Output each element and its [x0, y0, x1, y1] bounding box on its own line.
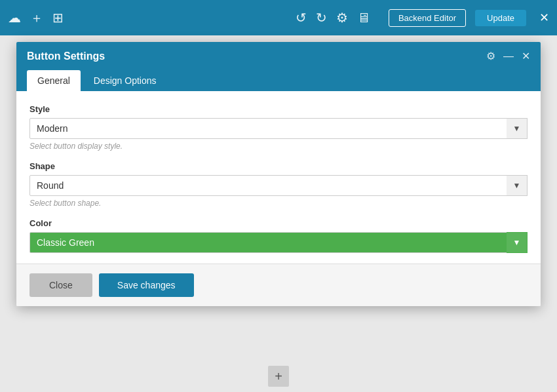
tabs-bar: General Design Options [16, 70, 541, 91]
style-select[interactable]: Modern Outline 3D Flat Ghost [29, 118, 528, 139]
display-icon[interactable]: 🖥 [357, 10, 370, 26]
color-select[interactable]: Classic Green Classic Blue Classic Red W… [29, 232, 528, 253]
update-button[interactable]: Update [475, 10, 526, 26]
modal-footer: Close Save changes [16, 264, 541, 306]
bottom-add-area: + [0, 366, 557, 387]
modal-body: Style Modern Outline 3D Flat Ghost ▼ Sel… [16, 91, 541, 253]
toolbar-close-icon[interactable]: ✕ [539, 10, 549, 25]
modal-header-icons: ⚙ — ✕ [486, 50, 530, 62]
add-icon[interactable]: ＋ [30, 9, 43, 27]
modal-close-icon[interactable]: ✕ [522, 50, 530, 62]
modal-header: Button Settings ⚙ — ✕ [16, 42, 541, 70]
content-area: Button Settings ⚙ — ✕ General Design Opt… [0, 35, 557, 392]
style-select-wrapper: Modern Outline 3D Flat Ghost ▼ [29, 118, 528, 139]
settings-icon[interactable]: ⚙ [336, 10, 348, 26]
close-button[interactable]: Close [29, 273, 92, 297]
modal-settings-icon[interactable]: ⚙ [486, 50, 495, 62]
style-label: Style [29, 104, 528, 114]
shape-label: Shape [29, 161, 528, 171]
shape-hint: Select button shape. [29, 199, 528, 208]
save-changes-button[interactable]: Save changes [99, 273, 194, 297]
style-hint: Select button display style. [29, 142, 528, 151]
style-field-group: Style Modern Outline 3D Flat Ghost ▼ Sel… [29, 104, 528, 151]
backend-editor-button[interactable]: Backend Editor [389, 9, 466, 27]
add-row-button[interactable]: + [268, 366, 289, 387]
shape-field-group: Shape Round Square Rounded Circle ▼ Sele… [29, 161, 528, 208]
color-label: Color [29, 218, 528, 228]
undo-icon[interactable]: ↺ [296, 10, 307, 26]
color-field-group: Color Classic Green Classic Blue Classic… [29, 218, 528, 253]
shape-select-wrapper: Round Square Rounded Circle ▼ [29, 175, 528, 196]
redo-icon[interactable]: ↻ [316, 10, 327, 26]
modal-minimize-icon[interactable]: — [503, 50, 514, 62]
modal-title: Button Settings [27, 50, 105, 62]
button-settings-modal: Button Settings ⚙ — ✕ General Design Opt… [16, 42, 541, 306]
logo-icon[interactable]: ☁ [8, 10, 21, 26]
layout-icon[interactable]: ⊞ [52, 10, 64, 26]
tab-general[interactable]: General [27, 70, 81, 91]
shape-select[interactable]: Round Square Rounded Circle [29, 175, 528, 196]
color-select-wrapper: Classic Green Classic Blue Classic Red W… [29, 232, 528, 253]
tab-design-options[interactable]: Design Options [83, 70, 167, 91]
toolbar: ☁ ＋ ⊞ ↺ ↻ ⚙ 🖥 Backend Editor Update ✕ [0, 0, 557, 35]
